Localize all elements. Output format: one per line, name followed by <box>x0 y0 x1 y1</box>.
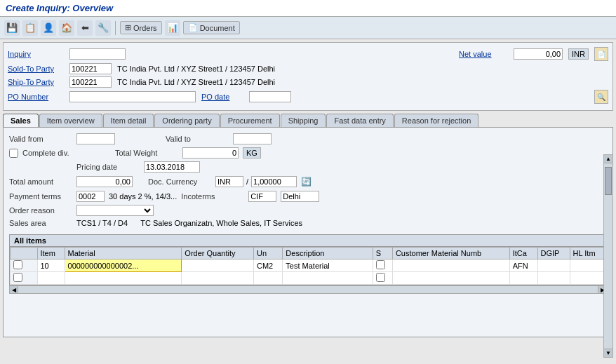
sales-area-label: Sales area <box>9 219 72 227</box>
title-bar: Create Inquiry: Overview <box>0 0 616 17</box>
doc-currency-input[interactable] <box>215 176 243 187</box>
col-dgip: DGIP <box>537 248 570 259</box>
complete-div-checkbox[interactable] <box>9 149 18 158</box>
right-scrollbar[interactable]: ▲ ▼ <box>603 154 613 358</box>
po-number-label[interactable]: PO Number <box>8 93 64 101</box>
pricing-date-input[interactable] <box>144 161 200 173</box>
scroll-left-arrow[interactable]: ◀ <box>10 286 18 293</box>
tab-sales[interactable]: Sales <box>3 114 39 127</box>
doc-icon-2[interactable]: 🔍 <box>594 90 608 104</box>
total-weight-unit: KG <box>243 147 261 159</box>
incoterms-place-input[interactable] <box>281 191 319 202</box>
complete-div-row: Complete div. Total Weight KG <box>9 147 607 159</box>
ship-to-party-row: Ship-To Party TC India Pvt. Ltd / XYZ St… <box>8 76 608 88</box>
ship-to-party-input[interactable] <box>69 76 112 88</box>
user-icon[interactable]: 👤 <box>41 20 56 36</box>
col-order-qty: Order Quantity <box>182 248 254 259</box>
bottom-scrollbar[interactable]: ◀ ▶ <box>9 285 607 294</box>
row-checkbox-1[interactable] <box>11 259 38 272</box>
doc-currency-rate-input[interactable] <box>251 176 297 187</box>
payment-terms-label: Payment terms <box>9 192 72 201</box>
total-amount-input[interactable] <box>76 176 133 187</box>
tab-ordering-party[interactable]: Ordering party <box>154 114 219 127</box>
row-dgip-1 <box>537 259 570 272</box>
po-date-label[interactable]: PO date <box>201 93 243 101</box>
row-un-2 <box>254 272 283 285</box>
row-order-qty-2 <box>182 272 254 285</box>
sold-to-party-row: Sold-To Party TC India Pvt. Ltd / XYZ St… <box>8 63 608 74</box>
document-label: Document <box>200 24 235 32</box>
home-icon[interactable]: 🏠 <box>59 20 74 36</box>
row-material-2 <box>65 272 182 285</box>
scroll-down-arrow[interactable]: ▼ <box>604 349 612 357</box>
order-reason-row: Order reason <box>9 205 607 216</box>
row-hl-itm-2 <box>570 272 605 285</box>
row-order-qty-1[interactable] <box>182 259 254 272</box>
sold-to-party-label[interactable]: Sold-To Party <box>8 65 64 73</box>
row-un-1: CM2 <box>254 259 283 272</box>
header-form: Inquiry Net value INR 📄 Sold-To Party TC… <box>3 42 613 111</box>
sold-to-party-input[interactable] <box>69 63 112 74</box>
col-cust-mat: Customer Material Numb <box>392 248 509 259</box>
tab-reason-for-rejection[interactable]: Reason for rejection <box>394 114 478 127</box>
po-row: PO Number PO date 🔍 <box>8 90 608 104</box>
sales-area-code: TCS1 / T4 / D4 <box>76 219 128 227</box>
row-s-1[interactable] <box>373 259 392 272</box>
inquiry-label[interactable]: Inquiry <box>8 50 64 58</box>
pricing-date-label: Pricing date <box>76 163 140 171</box>
tab-item-overview[interactable]: Item overview <box>39 114 102 127</box>
inquiry-row: Inquiry Net value INR 📄 <box>8 47 608 61</box>
export-icon[interactable]: 📊 <box>165 20 180 36</box>
orders-icon: ⊞ <box>125 23 131 32</box>
valid-from-input[interactable] <box>76 133 115 144</box>
po-date-input[interactable] <box>249 91 291 102</box>
scroll-up-arrow[interactable]: ▲ <box>604 155 612 163</box>
row-desc-2 <box>283 272 373 285</box>
order-reason-select[interactable] <box>76 205 154 216</box>
scroll-thumb[interactable] <box>605 167 612 195</box>
payment-terms-id-input[interactable] <box>76 191 105 202</box>
row-item-2 <box>37 272 65 285</box>
row-itca-1: AFN <box>509 259 537 272</box>
document-button[interactable]: 📄 Document <box>183 21 240 34</box>
all-items-header: All items <box>10 235 606 247</box>
tab-procurement[interactable]: Procurement <box>220 114 280 127</box>
col-item <box>11 248 38 259</box>
payment-terms-row: Payment terms 30 days 2 %, 14/3... Incot… <box>9 191 607 202</box>
tab-shipping[interactable]: Shipping <box>281 114 326 127</box>
col-s: S <box>373 248 392 259</box>
orders-button[interactable]: ⊞ Orders <box>120 21 162 34</box>
ship-to-party-address: TC India Pvt. Ltd / XYZ Street1 / 123457… <box>117 78 275 86</box>
row-itca-2 <box>509 272 537 285</box>
tab-fast-data-entry[interactable]: Fast data entry <box>326 114 393 127</box>
row-material-1[interactable]: 000000000000002... <box>65 259 182 272</box>
row-cust-mat-2 <box>392 272 509 285</box>
col-desc: Description <box>283 248 373 259</box>
tab-item-detail[interactable]: Item detail <box>103 114 154 127</box>
valid-to-label: Valid to <box>166 135 229 143</box>
row-checkbox-2[interactable] <box>11 272 38 285</box>
ship-to-party-label[interactable]: Ship-To Party <box>8 78 64 86</box>
refresh-currency-icon[interactable]: 🔄 <box>300 175 312 188</box>
copy-icon[interactable]: 📋 <box>22 20 38 36</box>
po-number-input[interactable] <box>69 91 196 102</box>
inquiry-input[interactable] <box>69 48 126 60</box>
complete-div-label[interactable]: Complete div. <box>22 149 86 157</box>
doc-icon-1[interactable]: 📄 <box>594 47 608 61</box>
back-icon[interactable]: ⬅ <box>77 20 93 36</box>
row-s-2[interactable] <box>373 272 392 285</box>
valid-to-input[interactable] <box>233 133 272 144</box>
total-weight-input[interactable] <box>182 147 239 159</box>
toolbar: 💾 📋 👤 🏠 ⬅ 🔧 ⊞ Orders 📊 📄 Document <box>0 17 616 39</box>
save-icon[interactable]: 💾 <box>4 20 20 36</box>
net-value-label: Net value <box>459 50 508 58</box>
table-row <box>11 272 606 285</box>
net-value-input[interactable] <box>514 48 563 60</box>
settings-icon[interactable]: 🔧 <box>95 20 111 36</box>
tabs-container: Sales Item overview Item detail Ordering… <box>3 114 613 127</box>
sales-area-desc: TC Sales Organizatn, Whole Sales, IT Ser… <box>140 219 302 227</box>
page-title: Create Inquiry: Overview <box>6 3 113 13</box>
row-item-1: 10 <box>37 259 65 272</box>
incoterms-code-input[interactable] <box>248 191 276 202</box>
items-table: Item Material Order Quantity Un Descript… <box>10 247 606 285</box>
